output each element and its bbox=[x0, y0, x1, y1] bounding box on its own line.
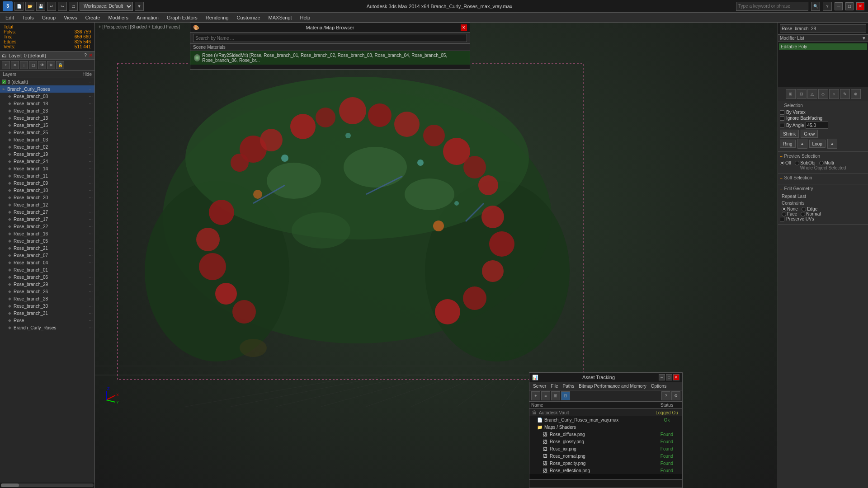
menu-views[interactable]: Views bbox=[60, 14, 80, 21]
layers-list[interactable]: ✓0 (default)···►Branch_Curly_Roses···◆Ro… bbox=[0, 78, 94, 483]
layer-item[interactable]: ◆Rose_branch_20··· bbox=[0, 194, 94, 201]
asset-btn[interactable]: 🗂 bbox=[69, 2, 78, 11]
menu-edit[interactable]: Edit bbox=[2, 14, 18, 21]
at-add-btn[interactable]: + bbox=[531, 391, 540, 400]
at-close-btn[interactable]: ✕ bbox=[673, 374, 679, 380]
constraint-none-radio[interactable] bbox=[782, 207, 786, 211]
constraint-face-radio[interactable] bbox=[782, 212, 786, 216]
layer-item[interactable]: ◆Rose_branch_05··· bbox=[0, 237, 94, 244]
search-icon[interactable]: 🔍 bbox=[811, 2, 820, 11]
menu-rendering[interactable]: Rendering bbox=[202, 14, 232, 21]
delete-layer-btn[interactable]: ✕ bbox=[11, 61, 19, 69]
at-list-item[interactable]: 📄Branch_Curly_Roses_max_vray.maxOk bbox=[529, 416, 682, 423]
right-tb-btn-7[interactable]: ⊕ bbox=[851, 89, 861, 99]
viewport-area[interactable]: + [Perspective] [Shaded + Edged Faces] bbox=[95, 23, 778, 488]
layer-item[interactable]: ◆Rose_branch_23··· bbox=[0, 107, 94, 114]
editable-poly-modifier[interactable]: Editable Poly bbox=[779, 43, 867, 50]
layer-item[interactable]: ◆Rose_branch_15··· bbox=[0, 122, 94, 129]
open-btn[interactable]: 📂 bbox=[25, 2, 34, 11]
layers-scrollbar-horizontal[interactable] bbox=[0, 483, 94, 488]
layer-item[interactable]: ◆Rose_branch_25··· bbox=[0, 129, 94, 136]
layer-item[interactable]: ◆Branch_Curly_Roses··· bbox=[0, 324, 94, 331]
layer-item[interactable]: ◆Rose_branch_31··· bbox=[0, 310, 94, 317]
loop-spinner-up[interactable]: ▲ bbox=[827, 139, 837, 149]
at-list-btn[interactable]: ≡ bbox=[541, 391, 550, 400]
layer-item[interactable]: ◆Rose_branch_07··· bbox=[0, 252, 94, 259]
h-scroll-track[interactable] bbox=[1, 483, 94, 487]
lock-layer-btn[interactable]: 🔒 bbox=[56, 61, 64, 69]
radio-off[interactable]: Off bbox=[780, 160, 791, 165]
layer-item[interactable]: ◆Rose_branch_28··· bbox=[0, 295, 94, 302]
layer-item[interactable]: ◆Rose_branch_11··· bbox=[0, 172, 94, 179]
h-scroll-thumb[interactable] bbox=[1, 483, 19, 487]
workspace-selector[interactable]: Workspace: Default bbox=[80, 2, 133, 11]
at-menu-server[interactable]: Server bbox=[531, 383, 548, 389]
save-btn[interactable]: 💾 bbox=[36, 2, 45, 11]
right-tb-btn-6[interactable]: ✎ bbox=[840, 89, 850, 99]
layer-item[interactable]: ◆Rose_branch_02··· bbox=[0, 143, 94, 150]
at-list-item[interactable]: 🖼Rose_diffuse.pngFound bbox=[529, 431, 682, 438]
layer-item[interactable]: ◆Rose_branch_16··· bbox=[0, 230, 94, 237]
layer-item[interactable]: ◆Rose_branch_29··· bbox=[0, 281, 94, 288]
undo-btn[interactable]: ↩ bbox=[47, 2, 56, 11]
layer-item[interactable]: ◆Rose··· bbox=[0, 317, 94, 324]
right-tb-btn-4[interactable]: ◇ bbox=[818, 89, 828, 99]
menu-group[interactable]: Group bbox=[38, 14, 60, 21]
menu-tools[interactable]: Tools bbox=[19, 14, 38, 21]
ws-arrow[interactable]: ▼ bbox=[135, 2, 144, 11]
mat-search-input[interactable] bbox=[193, 34, 467, 42]
preserve-uvs-checkbox[interactable] bbox=[780, 217, 784, 221]
layer-item[interactable]: ◆Rose_branch_19··· bbox=[0, 150, 94, 158]
layer-item[interactable]: ✓0 (default)··· bbox=[0, 78, 94, 85]
layer-item[interactable]: ◆Rose_branch_10··· bbox=[0, 187, 94, 194]
at-help-btn[interactable]: ? bbox=[661, 391, 670, 400]
constraint-normal-radio[interactable] bbox=[801, 212, 805, 216]
constraint-edge[interactable]: Edge bbox=[802, 206, 817, 211]
shrink-button[interactable]: Shrink bbox=[780, 130, 799, 138]
at-detail-btn[interactable]: ⊟ bbox=[561, 391, 570, 400]
modifier-list-arrow[interactable]: ▼ bbox=[862, 36, 866, 41]
loop-button[interactable]: Loop bbox=[809, 140, 826, 148]
ring-button[interactable]: Ring bbox=[780, 140, 796, 148]
at-menu-bitmap[interactable]: Bitmap Performance and Memory bbox=[577, 383, 648, 389]
layer-item[interactable]: ◆Rose_branch_27··· bbox=[0, 208, 94, 216]
layer-item[interactable]: ◆Rose_branch_09··· bbox=[0, 179, 94, 187]
at-list-item[interactable]: 🖼Rose_ior.pngFound bbox=[529, 445, 682, 452]
menu-create[interactable]: Create bbox=[81, 14, 104, 21]
radio-multi[interactable]: Multi bbox=[819, 160, 834, 165]
right-tb-btn-5[interactable]: ○ bbox=[829, 89, 839, 99]
at-maximize-btn[interactable]: □ bbox=[666, 374, 672, 380]
new-btn[interactable]: 📄 bbox=[14, 2, 24, 11]
help-icon[interactable]: ? bbox=[823, 2, 832, 11]
radio-subobj[interactable]: SubObj bbox=[795, 160, 815, 165]
constraint-face[interactable]: Face bbox=[782, 211, 797, 216]
layer-item[interactable]: ◆Rose_branch_24··· bbox=[0, 158, 94, 165]
menu-help[interactable]: Help bbox=[297, 14, 314, 21]
layer-item[interactable]: ◆Rose_branch_21··· bbox=[0, 244, 94, 252]
soft-selection-title[interactable]: Soft Selection bbox=[780, 175, 866, 180]
at-list-item[interactable]: 📁Maps / Shaders bbox=[529, 423, 682, 431]
menu-customize[interactable]: Customize bbox=[233, 14, 264, 21]
at-menu-options[interactable]: Options bbox=[649, 383, 668, 389]
by-vertex-checkbox[interactable] bbox=[780, 110, 784, 115]
hide-layer-btn[interactable]: 👁 bbox=[38, 61, 46, 69]
menu-maxscript[interactable]: MAXScript bbox=[265, 14, 296, 21]
by-angle-checkbox[interactable] bbox=[780, 123, 784, 127]
mat-item[interactable]: Rose (VRay2SidedMtl) [Rose, Rose_branch_… bbox=[190, 51, 470, 65]
layer-item[interactable]: ◆Rose_branch_06··· bbox=[0, 273, 94, 281]
constraint-none[interactable]: None bbox=[782, 206, 798, 211]
radio-multi-button[interactable] bbox=[819, 161, 824, 165]
layer-item[interactable]: ◆Rose_branch_14··· bbox=[0, 165, 94, 172]
maximize-btn[interactable]: □ bbox=[845, 2, 854, 10]
at-scrollbar-horizontal[interactable] bbox=[529, 474, 682, 479]
right-tb-btn-2[interactable]: ⊡ bbox=[797, 89, 807, 99]
redo-btn[interactable]: ↪ bbox=[58, 2, 67, 11]
layer-item[interactable]: ►Branch_Curly_Roses··· bbox=[0, 85, 94, 93]
search-input[interactable] bbox=[736, 2, 808, 11]
menu-animation[interactable]: Animation bbox=[133, 14, 162, 21]
layers-close-btn[interactable]: ✕ bbox=[89, 52, 93, 58]
at-settings-btn[interactable]: ⚙ bbox=[671, 391, 680, 400]
layer-item[interactable]: ◆Rose_branch_22··· bbox=[0, 223, 94, 230]
by-angle-input[interactable] bbox=[806, 122, 828, 129]
right-tb-btn-3[interactable]: △ bbox=[807, 89, 817, 99]
